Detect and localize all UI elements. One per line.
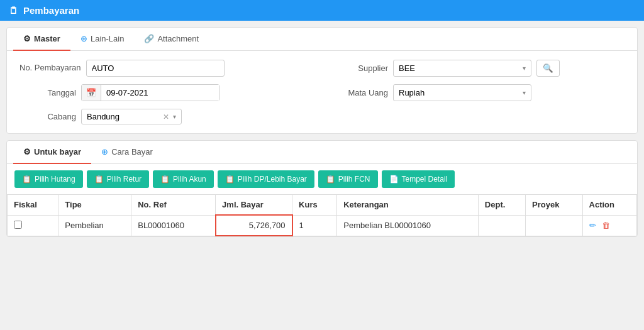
- title-icon: 🗒: [9, 5, 18, 16]
- action-bar: 📋 Pilih Hutang 📋 Pilih Retur 📋 Pilih Aku…: [7, 164, 637, 194]
- edit-icon[interactable]: ✏: [589, 221, 596, 230]
- tanggal-field[interactable]: 📅: [81, 84, 219, 101]
- no-pembayaran-input[interactable]: [86, 60, 225, 77]
- calendar-icon: 📅: [82, 85, 101, 101]
- pilih-fcn-icon: 📋: [326, 175, 335, 184]
- no-pembayaran-row: No. Pembayaran: [19, 60, 313, 77]
- form-area: No. Pembayaran Tanggal 📅 Cabang B: [7, 51, 637, 133]
- supplier-value: BEE: [399, 63, 415, 73]
- cell-dept: [478, 215, 525, 236]
- table-body: Pembelian BL00001060 5,726,700 1 Pembeli…: [8, 215, 637, 236]
- col-fiskal: Fiskal: [8, 195, 58, 216]
- col-proyek: Proyek: [526, 195, 582, 216]
- col-dept: Dept.: [478, 195, 525, 216]
- supplier-label: Supplier: [331, 63, 388, 73]
- pilih-dp-icon: 📋: [225, 175, 235, 184]
- cabang-controls: ✕ ▾: [163, 113, 176, 121]
- cabang-row: Cabang Bandung ✕ ▾: [19, 109, 313, 124]
- untuk-bayar-icon: ⚙: [23, 147, 31, 157]
- pilih-dp-button[interactable]: 📋 Pilih DP/Lebih Bayar: [218, 170, 314, 188]
- tab-master[interactable]: ⚙ Master: [13, 28, 70, 51]
- chevron-down-icon[interactable]: ▾: [173, 113, 176, 120]
- table-row: Pembelian BL00001060 5,726,700 1 Pembeli…: [8, 215, 637, 236]
- lain-lain-icon: ⊕: [80, 34, 87, 43]
- tempel-detail-icon: 📄: [389, 175, 399, 184]
- supplier-search-button[interactable]: 🔍: [536, 60, 560, 77]
- cell-proyek: [526, 215, 582, 236]
- tanggal-row: Tanggal 📅: [19, 84, 313, 101]
- supplier-select[interactable]: BEE ▾: [393, 60, 531, 77]
- title-bar: 🗒 Pembayaran: [0, 0, 644, 21]
- cabang-value: Bandung: [87, 112, 119, 121]
- bottom-card: ⚙ Untuk bayar ⊕ Cara Bayar 📋 Pilih Hutan…: [6, 140, 638, 237]
- cell-jml-bayar[interactable]: 5,726,700: [216, 215, 292, 236]
- tab-untuk-bayar[interactable]: ⚙ Untuk bayar: [13, 141, 91, 164]
- cara-bayar-icon: ⊕: [101, 147, 108, 157]
- tanggal-label: Tanggal: [19, 88, 76, 97]
- bottom-tabs: ⚙ Untuk bayar ⊕ Cara Bayar: [7, 141, 637, 164]
- row-checkbox[interactable]: [14, 221, 22, 229]
- cell-fiskal: [8, 215, 58, 236]
- data-table: Fiskal Tipe No. Ref Jml. Bayar Kurs Kete…: [7, 194, 637, 236]
- pilih-akun-icon: 📋: [160, 175, 170, 184]
- page-title: Pembayaran: [23, 5, 79, 16]
- mata-uang-row: Mata Uang Rupiah ▾: [331, 84, 625, 101]
- tanggal-input[interactable]: [101, 85, 219, 101]
- delete-icon[interactable]: 🗑: [602, 221, 610, 230]
- table-header: Fiskal Tipe No. Ref Jml. Bayar Kurs Kete…: [8, 195, 637, 216]
- pilih-hutang-button[interactable]: 📋 Pilih Hutang: [14, 170, 83, 188]
- mata-uang-select[interactable]: Rupiah ▾: [393, 84, 531, 101]
- pilih-retur-icon: 📋: [94, 175, 104, 184]
- supplier-arrow-icon: ▾: [523, 65, 526, 72]
- col-kurs: Kurs: [292, 195, 337, 216]
- main-card: ⚙ Master ⊕ Lain-Lain 🔗 Attachment No. Pe…: [6, 27, 638, 134]
- supplier-row: Supplier BEE ▾ 🔍: [331, 60, 625, 77]
- form-left: No. Pembayaran Tanggal 📅 Cabang B: [19, 60, 313, 124]
- cell-keterangan: Pembelian BL00001060: [337, 215, 479, 236]
- pilih-akun-button[interactable]: 📋 Pilih Akun: [153, 170, 214, 188]
- cell-action: ✏ 🗑: [582, 215, 636, 236]
- no-pembayaran-label: No. Pembayaran: [19, 62, 81, 74]
- app-container: 🗒 Pembayaran ⚙ Master ⊕ Lain-Lain 🔗 Atta…: [0, 0, 644, 330]
- attachment-icon: 🔗: [144, 34, 154, 43]
- master-icon: ⚙: [23, 34, 31, 43]
- main-tabs: ⚙ Master ⊕ Lain-Lain 🔗 Attachment: [7, 28, 637, 51]
- tempel-detail-button[interactable]: 📄 Tempel Detail: [382, 170, 455, 188]
- mata-uang-value: Rupiah: [399, 88, 425, 97]
- col-no-ref: No. Ref: [131, 195, 216, 216]
- tab-attachment[interactable]: 🔗 Attachment: [134, 28, 209, 51]
- cabang-label: Cabang: [19, 112, 76, 121]
- cell-tipe: Pembelian: [58, 215, 131, 236]
- mata-uang-arrow-icon: ▾: [523, 89, 526, 96]
- pilih-fcn-button[interactable]: 📋 Pilih FCN: [318, 170, 378, 188]
- col-keterangan: Keterangan: [337, 195, 479, 216]
- clear-cabang-icon[interactable]: ✕: [163, 113, 169, 121]
- tab-lain-lain[interactable]: ⊕ Lain-Lain: [70, 28, 135, 51]
- cell-no-ref: BL00001060: [131, 215, 216, 236]
- pilih-hutang-icon: 📋: [22, 175, 31, 184]
- pilih-retur-button[interactable]: 📋 Pilih Retur: [87, 170, 149, 188]
- table-wrapper: Fiskal Tipe No. Ref Jml. Bayar Kurs Kete…: [7, 194, 637, 236]
- cell-kurs: 1: [292, 215, 337, 236]
- tab-cara-bayar[interactable]: ⊕ Cara Bayar: [91, 141, 163, 164]
- form-right: Supplier BEE ▾ 🔍 Mata Uang Rupiah ▾: [331, 60, 625, 124]
- col-jml-bayar: Jml. Bayar: [216, 195, 292, 216]
- col-tipe: Tipe: [58, 195, 131, 216]
- cabang-select[interactable]: Bandung ✕ ▾: [81, 109, 182, 124]
- col-action: Action: [582, 195, 636, 216]
- mata-uang-label: Mata Uang: [331, 88, 388, 97]
